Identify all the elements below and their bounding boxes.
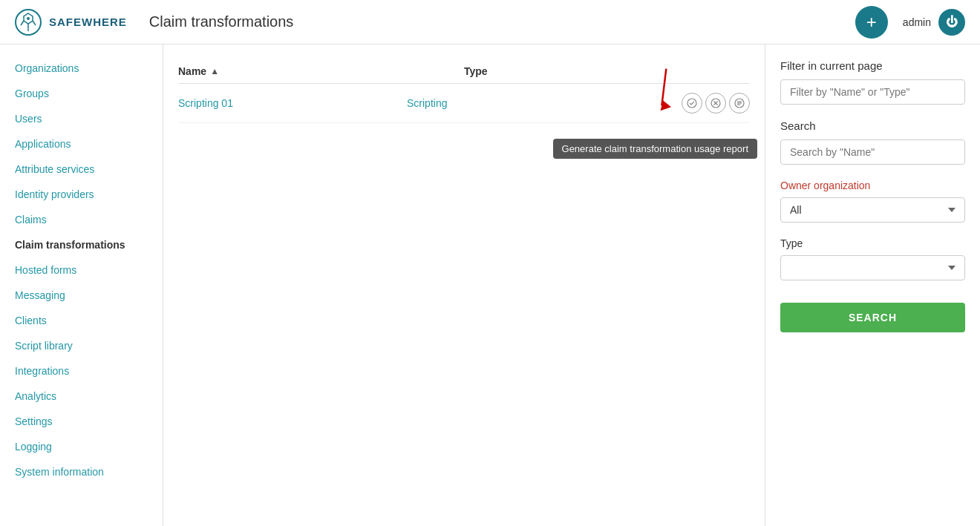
report-action-button[interactable] (729, 93, 750, 114)
table-header: Name ▲ Type (178, 59, 750, 84)
col-name-header[interactable]: Name ▲ (178, 65, 464, 77)
type-label: Type (780, 237, 965, 249)
user-avatar[interactable]: ⏻ (938, 9, 965, 36)
page-title: Claim transformations (149, 13, 855, 30)
filter-section: Filter in current page (780, 59, 965, 105)
delete-action-button[interactable] (705, 93, 726, 114)
table-area: Name ▲ Type Scripting 01 Scripting (163, 45, 765, 526)
svg-point-1 (27, 17, 30, 20)
logo-text: SAFEWHERE (49, 16, 127, 28)
sidebar-item-attribute-services[interactable]: Attribute services (0, 157, 163, 182)
main-layout: Organizations Groups Users Applications … (0, 45, 980, 526)
sidebar-item-messaging[interactable]: Messaging (0, 283, 163, 308)
sidebar-item-clients[interactable]: Clients (0, 308, 163, 333)
sidebar-item-claims[interactable]: Claims (0, 207, 163, 232)
safewhere-logo-icon (15, 9, 42, 36)
search-section-title: Search (780, 119, 965, 132)
search-section: Search (780, 119, 965, 165)
sidebar-item-system-information[interactable]: System information (0, 459, 163, 484)
owner-select[interactable]: All (780, 197, 965, 223)
sort-asc-icon: ▲ (210, 66, 219, 76)
sidebar-item-groups[interactable]: Groups (0, 81, 163, 106)
svg-point-2 (687, 99, 696, 108)
type-section: Type (780, 237, 965, 280)
edit-action-button[interactable] (682, 93, 702, 114)
content: Name ▲ Type Scripting 01 Scripting (163, 45, 980, 526)
filter-section-title: Filter in current page (780, 59, 965, 72)
type-select[interactable] (780, 255, 965, 280)
sidebar-item-settings[interactable]: Settings (0, 409, 163, 434)
filter-input[interactable] (780, 79, 965, 105)
row-name[interactable]: Scripting 01 (178, 97, 407, 109)
sidebar-item-hosted-forms[interactable]: Hosted forms (0, 257, 163, 283)
sidebar-item-analytics[interactable]: Analytics (0, 384, 163, 409)
report-action-container: Generate claim transformation usage repo… (729, 93, 750, 114)
row-actions: Generate claim transformation usage repo… (636, 93, 750, 114)
sidebar-item-integrations[interactable]: Integrations (0, 358, 163, 384)
sidebar-item-claim-transformations[interactable]: Claim transformations (0, 232, 163, 257)
search-button[interactable]: SEARCH (780, 303, 965, 332)
sidebar-item-logging[interactable]: Logging (0, 434, 163, 459)
sidebar-item-organizations[interactable]: Organizations (0, 56, 163, 81)
owner-label: Owner organization (780, 180, 965, 191)
header: SAFEWHERE Claim transformations + admin … (0, 0, 980, 45)
sidebar: Organizations Groups Users Applications … (0, 45, 163, 526)
user-area: admin ⏻ (903, 9, 965, 36)
col-type-header[interactable]: Type (464, 65, 750, 77)
add-button[interactable]: + (855, 6, 888, 39)
row-type[interactable]: Scripting (407, 97, 636, 109)
tooltip-text: Generate claim transformation usage repo… (553, 139, 757, 159)
sidebar-item-identity-providers[interactable]: Identity providers (0, 182, 163, 207)
search-input[interactable] (780, 139, 965, 165)
table-row: Scripting 01 Scripting (178, 84, 750, 123)
sidebar-item-applications[interactable]: Applications (0, 131, 163, 157)
sidebar-item-users[interactable]: Users (0, 106, 163, 131)
logo-area: SAFEWHERE (15, 9, 127, 36)
sidebar-item-script-library[interactable]: Script library (0, 333, 163, 358)
svg-marker-11 (657, 99, 671, 113)
col-name-label: Name (178, 65, 206, 77)
col-type-label: Type (464, 65, 488, 77)
user-name-label: admin (903, 16, 931, 28)
right-panel: Filter in current page Search Owner orga… (765, 45, 980, 526)
owner-section: Owner organization All (780, 180, 965, 223)
